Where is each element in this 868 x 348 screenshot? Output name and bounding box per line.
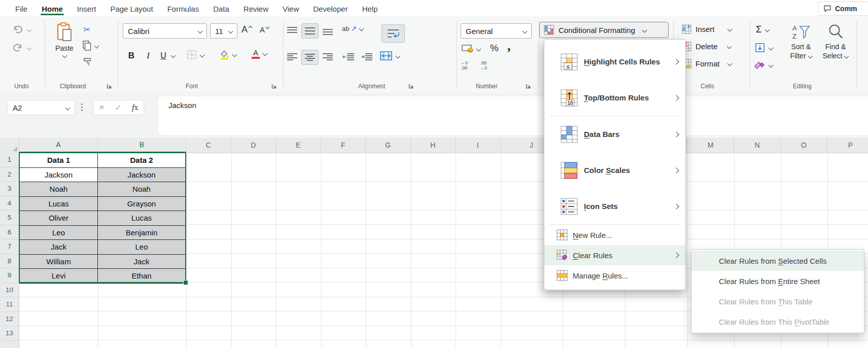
- formula-input[interactable]: Jackson: [158, 96, 868, 135]
- column-header-H[interactable]: H: [411, 137, 456, 153]
- underline-dropdown[interactable]: [171, 54, 175, 57]
- format-cells-button[interactable]: Format: [682, 59, 732, 68]
- menu-item-highlight-cells-rules[interactable]: ≤ Highlight Cells Rules: [544, 44, 685, 80]
- grow-font-button[interactable]: A: [241, 24, 253, 35]
- cell-A8[interactable]: William: [20, 254, 98, 269]
- column-header-E[interactable]: E: [276, 137, 321, 153]
- comments-button[interactable]: Comm: [818, 2, 868, 16]
- column-header-M[interactable]: M: [687, 137, 734, 153]
- row-header-13[interactable]: 13: [0, 326, 19, 341]
- row-header-4[interactable]: 4: [0, 196, 19, 211]
- autosum-button[interactable]: Σ: [756, 24, 769, 35]
- column-header-D[interactable]: D: [231, 137, 276, 153]
- row-header-14[interactable]: [0, 341, 19, 348]
- decrease-indent-button[interactable]: [342, 53, 355, 61]
- tab-view[interactable]: View: [275, 2, 306, 15]
- tab-data[interactable]: Data: [206, 2, 236, 15]
- middle-align-button[interactable]: [301, 23, 319, 39]
- cell-A6[interactable]: Leo: [20, 225, 98, 240]
- italic-button[interactable]: I: [142, 49, 154, 63]
- column-header-P[interactable]: P: [827, 137, 868, 153]
- font-dialog-launcher[interactable]: [271, 83, 277, 89]
- submenu-item-clear-selected-cells[interactable]: Clear Rules from Selected Cells: [691, 251, 864, 271]
- menu-item-icon-sets[interactable]: Icon Sets: [544, 188, 685, 224]
- tab-insert[interactable]: Insert: [70, 2, 103, 15]
- conditional-formatting-button[interactable]: Conditional Formatting: [539, 22, 669, 38]
- cell-A7[interactable]: Jack: [20, 240, 98, 255]
- wrap-text-button[interactable]: [381, 24, 405, 43]
- bold-button[interactable]: B: [125, 49, 138, 63]
- font-family-select[interactable]: Calibri: [123, 23, 207, 39]
- column-header-F[interactable]: F: [321, 137, 366, 153]
- tab-formulas[interactable]: Formulas: [160, 2, 206, 15]
- cell-B8[interactable]: Jack: [98, 254, 186, 269]
- column-header-O[interactable]: O: [781, 137, 827, 153]
- menu-item-clear-rules[interactable]: Clear Rules: [544, 245, 685, 265]
- column-header-A[interactable]: A: [19, 137, 98, 153]
- menu-item-manage-rules[interactable]: Manage Rules...: [544, 265, 685, 286]
- cell-B9[interactable]: Ethan: [98, 269, 186, 284]
- tab-page-layout[interactable]: Page Layout: [103, 2, 160, 15]
- row-header-2[interactable]: 2: [0, 167, 19, 182]
- formula-bar-grip[interactable]: [81, 103, 83, 111]
- top-align-button[interactable]: [286, 26, 298, 34]
- center-button[interactable]: [301, 50, 319, 65]
- cell-B5[interactable]: Lucas: [98, 211, 186, 226]
- cell-B3[interactable]: Noah: [98, 182, 186, 197]
- tab-help[interactable]: Help: [355, 2, 385, 15]
- cell-B6[interactable]: Benjamin: [98, 225, 186, 240]
- column-header-B[interactable]: B: [98, 137, 186, 153]
- percent-style-button[interactable]: %: [490, 43, 499, 54]
- enter-icon[interactable]: ✓: [115, 103, 121, 112]
- insert-cells-button[interactable]: Insert: [682, 24, 732, 34]
- sort-filter-button[interactable]: AZ Sort & Filter: [785, 23, 817, 60]
- select-all-button[interactable]: [0, 137, 19, 153]
- tab-file[interactable]: File: [8, 2, 34, 15]
- menu-item-color-scales[interactable]: Color Scales: [544, 152, 685, 188]
- align-right-button[interactable]: [322, 53, 334, 61]
- row-header-7[interactable]: 7: [0, 239, 19, 254]
- orientation-button[interactable]: ab ↗: [342, 24, 363, 32]
- row-header-5[interactable]: 5: [0, 211, 19, 225]
- number-format-select[interactable]: General: [461, 23, 532, 39]
- copy-button[interactable]: [82, 41, 98, 51]
- cancel-icon[interactable]: ×: [99, 102, 105, 113]
- column-header-I[interactable]: I: [456, 137, 501, 153]
- fill-handle[interactable]: [183, 280, 188, 285]
- increase-decimal-button[interactable]: ←0 .00: [461, 61, 468, 71]
- submenu-item-clear-entire-sheet[interactable]: Clear Rules from Entire Sheet: [691, 271, 864, 291]
- cell-B2[interactable]: Jackson: [98, 167, 186, 182]
- cell-B7[interactable]: Leo: [98, 240, 186, 255]
- borders-button[interactable]: [187, 50, 204, 60]
- accounting-format-button[interactable]: [462, 44, 480, 54]
- merge-center-button[interactable]: [379, 51, 400, 61]
- number-dialog-launcher[interactable]: [526, 83, 531, 89]
- cell-A4[interactable]: Lucas: [20, 196, 98, 211]
- cell-B1[interactable]: Data 2: [98, 153, 186, 168]
- decrease-decimal-button[interactable]: .00 →0: [480, 61, 487, 71]
- row-header-1[interactable]: 1: [0, 153, 19, 167]
- name-box[interactable]: A2: [7, 100, 75, 115]
- align-left-button[interactable]: [286, 53, 298, 61]
- delete-cells-button[interactable]: Delete: [682, 42, 731, 51]
- column-header-C[interactable]: C: [186, 137, 231, 153]
- row-header-8[interactable]: 8: [0, 254, 19, 269]
- fx-icon[interactable]: fx: [132, 103, 138, 112]
- fill-color-button[interactable]: [219, 49, 236, 60]
- cell-A2-active[interactable]: Jackson: [20, 167, 98, 182]
- cell-A3[interactable]: Noah: [20, 182, 98, 197]
- cell-A5[interactable]: Oliver: [20, 211, 98, 226]
- row-header-11[interactable]: 11: [0, 297, 19, 312]
- clear-button[interactable]: [754, 60, 773, 70]
- menu-item-data-bars[interactable]: Data Bars: [544, 116, 685, 152]
- cut-button[interactable]: ✂: [83, 24, 90, 35]
- column-header-N[interactable]: N: [734, 137, 781, 153]
- row-header-10[interactable]: 10: [0, 283, 19, 298]
- font-size-select[interactable]: 11: [210, 23, 237, 39]
- comma-style-button[interactable]: ,: [507, 39, 511, 54]
- shrink-font-button[interactable]: A: [260, 25, 270, 34]
- fill-button[interactable]: [755, 43, 773, 53]
- alignment-dialog-launcher[interactable]: [408, 83, 414, 89]
- clipboard-dialog-launcher[interactable]: [107, 83, 112, 89]
- row-header-6[interactable]: 6: [0, 225, 19, 240]
